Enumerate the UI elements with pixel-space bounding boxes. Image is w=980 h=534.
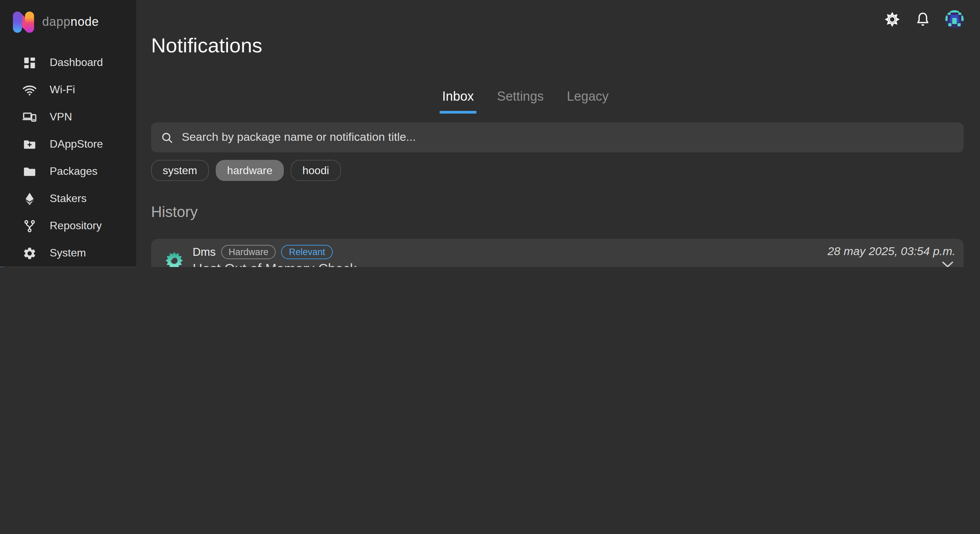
sun-icon[interactable] — [884, 11, 900, 27]
chip-hoodi[interactable]: hoodi — [291, 160, 340, 181]
tab-legacy[interactable]: Legacy — [564, 89, 611, 114]
sidebar-item-system[interactable]: System — [0, 240, 136, 267]
app-window: dappnode Dashboard Wi-Fi VPN DAppStore P… — [0, 0, 980, 267]
sidebar-item-label: Repository — [50, 220, 102, 232]
card-text: Dms Hardware Relevant Host Out of Memory… — [192, 245, 356, 267]
main-content: Notifications Inbox Settings Legacy syst… — [136, 0, 980, 267]
wifi-icon — [22, 83, 37, 97]
sidebar-item-label: Wi-Fi — [50, 84, 75, 96]
search-input[interactable] — [180, 130, 954, 145]
topbar — [151, 0, 964, 29]
sidebar-item-label: System — [50, 247, 86, 259]
sidebar-item-repository[interactable]: Repository — [0, 212, 136, 240]
search-bar[interactable] — [151, 122, 964, 153]
badge-relevant: Relevant — [282, 245, 333, 259]
grafana-swirl-icon — [161, 247, 188, 267]
page-title: Notifications — [151, 34, 964, 57]
search-icon — [161, 131, 173, 144]
tab-settings[interactable]: Settings — [495, 89, 546, 114]
tab-bar: Inbox Settings Legacy — [136, 89, 932, 114]
bell-icon[interactable] — [915, 11, 931, 27]
sidebar-item-label: VPN — [50, 111, 72, 123]
pixel-avatar[interactable] — [945, 10, 964, 28]
sidebar-item-label: Dashboard — [50, 56, 103, 69]
dappnode-logo-icon — [11, 10, 36, 35]
git-branch-icon — [22, 219, 37, 233]
sidebar-item-notifications[interactable]: Notifications — [0, 267, 136, 267]
ethereum-icon — [22, 191, 37, 206]
sidebar-item-label: DAppStore — [50, 138, 103, 150]
sidebar-item-label: Stakers — [50, 192, 87, 205]
brand-logo[interactable]: dappnode — [0, 0, 136, 35]
filter-chips: system hardware hoodi — [151, 160, 964, 181]
dashboard-icon — [22, 56, 37, 70]
sidebar-item-dappstore[interactable]: DAppStore — [0, 130, 136, 158]
badge-hardware: Hardware — [221, 245, 276, 259]
folder-plus-icon — [22, 137, 37, 151]
sidebar-item-label: Packages — [50, 165, 98, 178]
chevron-down-icon[interactable] — [942, 261, 953, 267]
history-heading: History — [151, 203, 964, 221]
sidebar-item-dashboard[interactable]: Dashboard — [0, 49, 136, 76]
sidebar-item-vpn[interactable]: VPN — [0, 103, 136, 130]
chip-hardware[interactable]: hardware — [215, 160, 284, 181]
tab-inbox[interactable]: Inbox — [440, 89, 477, 114]
notification-title: Host Out of Memory Check — [192, 261, 356, 267]
sidebar-item-packages[interactable]: Packages — [0, 158, 136, 185]
notification-card[interactable]: Dms Hardware Relevant Host Out of Memory… — [151, 239, 964, 267]
sidebar-item-stakers[interactable]: Stakers — [0, 185, 136, 212]
notification-list: Dms Hardware Relevant Host Out of Memory… — [151, 239, 964, 267]
sidebar-nav: Dashboard Wi-Fi VPN DAppStore Packages S… — [0, 49, 136, 267]
brand-name: dappnode — [42, 15, 99, 29]
chip-system[interactable]: system — [151, 160, 208, 181]
package-name: Dms — [192, 245, 216, 258]
sidebar-item-wifi[interactable]: Wi-Fi — [0, 76, 136, 103]
gear-icon — [22, 246, 37, 260]
sidebar: dappnode Dashboard Wi-Fi VPN DAppStore P… — [0, 0, 136, 267]
devices-icon — [22, 110, 37, 124]
timestamp: 28 may 2025, 03:54 p.m. — [827, 245, 956, 259]
folder-icon — [22, 164, 37, 178]
